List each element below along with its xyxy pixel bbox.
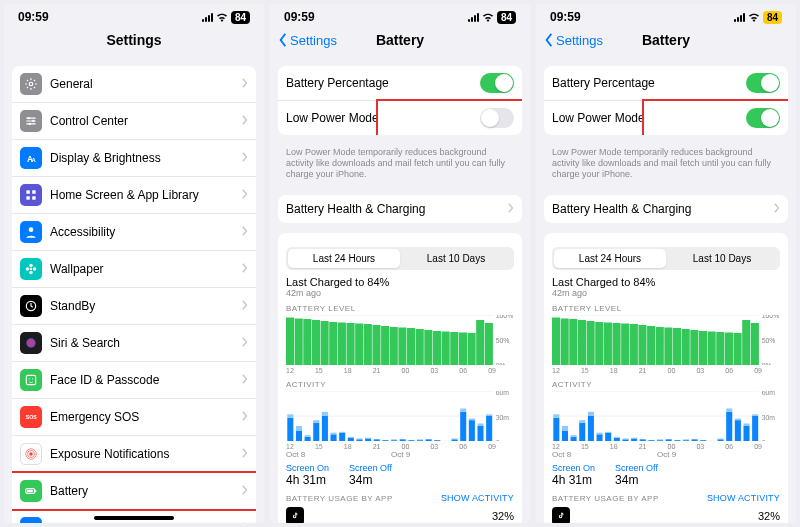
wifi-icon bbox=[748, 13, 760, 22]
svg-rect-108 bbox=[452, 439, 458, 440]
app-usage-row[interactable]: 32% bbox=[286, 503, 514, 523]
seg-last-10d[interactable]: Last 10 Days bbox=[666, 249, 778, 268]
person-icon bbox=[20, 221, 42, 243]
seg-last-24h[interactable]: Last 24 Hours bbox=[554, 249, 666, 268]
svg-point-3 bbox=[29, 123, 31, 125]
svg-rect-194 bbox=[726, 409, 732, 412]
battery-usage-card: Last 24 HoursLast 10 DaysLast Charged to… bbox=[544, 233, 788, 523]
svg-rect-40 bbox=[295, 319, 303, 366]
svg-rect-6 bbox=[26, 190, 30, 194]
svg-rect-58 bbox=[450, 332, 458, 365]
svg-rect-47 bbox=[355, 324, 363, 366]
row-label: Accessibility bbox=[50, 225, 242, 239]
lpm-footnote: Low Power Mode temporarily reduces backg… bbox=[544, 145, 788, 185]
svg-rect-85 bbox=[356, 440, 362, 442]
battery-indicator: 84 bbox=[231, 11, 250, 24]
low-power-mode-toggle[interactable] bbox=[746, 108, 780, 128]
seg-last-24h[interactable]: Last 24 Hours bbox=[288, 249, 400, 268]
app-usage-row[interactable]: 32% bbox=[552, 503, 780, 523]
show-activity-link[interactable]: SHOW ACTIVITY bbox=[707, 493, 780, 503]
battery-content[interactable]: Battery PercentageLow Power ModeLow Powe… bbox=[536, 56, 796, 523]
battery-health-row[interactable]: Battery Health & Charging bbox=[544, 195, 788, 223]
battery-percentage-toggle[interactable] bbox=[746, 73, 780, 93]
chevron-right-icon bbox=[242, 263, 248, 275]
chevron-right-icon bbox=[508, 203, 514, 215]
svg-rect-156 bbox=[562, 426, 568, 431]
settings-row[interactable]: Face ID & Passcode bbox=[12, 362, 256, 399]
seg-last-10d[interactable]: Last 10 Days bbox=[400, 249, 512, 268]
low-power-mode-toggle[interactable] bbox=[480, 108, 514, 128]
svg-rect-161 bbox=[588, 416, 594, 441]
settings-row[interactable]: StandBy bbox=[12, 288, 256, 325]
time-range-segmented[interactable]: Last 24 HoursLast 10 Days bbox=[286, 247, 514, 270]
home-indicator[interactable] bbox=[94, 516, 174, 520]
app-pct: 32% bbox=[492, 510, 514, 522]
page-title: Battery bbox=[642, 32, 690, 48]
svg-rect-129 bbox=[604, 323, 612, 366]
svg-rect-83 bbox=[348, 438, 354, 441]
svg-rect-72 bbox=[296, 426, 302, 431]
settings-row[interactable]: Accessibility bbox=[12, 214, 256, 251]
svg-rect-101 bbox=[426, 440, 432, 442]
battery-percentage-toggle[interactable] bbox=[480, 73, 514, 93]
settings-row[interactable]: Home Screen & App Library bbox=[12, 177, 256, 214]
status-time: 09:59 bbox=[18, 10, 49, 24]
row-label: Home Screen & App Library bbox=[50, 188, 242, 202]
svg-rect-124 bbox=[561, 319, 569, 366]
svg-rect-196 bbox=[735, 419, 741, 421]
settings-row[interactable]: Siri & Search bbox=[12, 325, 256, 362]
chevron-right-icon bbox=[242, 411, 248, 423]
tiktok-icon bbox=[552, 507, 570, 523]
sos-icon: SOS bbox=[20, 406, 42, 428]
show-activity-link[interactable]: SHOW ACTIVITY bbox=[441, 493, 514, 503]
svg-rect-137 bbox=[673, 328, 681, 365]
svg-rect-103 bbox=[434, 441, 440, 442]
svg-rect-195 bbox=[735, 421, 741, 442]
settings-row[interactable]: Battery bbox=[12, 473, 256, 510]
svg-rect-162 bbox=[588, 412, 594, 416]
svg-text:0%: 0% bbox=[762, 363, 772, 366]
settings-row[interactable]: Control Center bbox=[12, 103, 256, 140]
time-range-segmented[interactable]: Last 24 HoursLast 10 Days bbox=[552, 247, 780, 270]
svg-text:A: A bbox=[32, 157, 37, 163]
settings-row[interactable]: AADisplay & Brightness bbox=[12, 140, 256, 177]
svg-point-15 bbox=[33, 267, 37, 271]
app-pct: 32% bbox=[758, 510, 780, 522]
svg-point-0 bbox=[29, 82, 33, 86]
settings-row[interactable]: Wallpaper bbox=[12, 251, 256, 288]
activity-xaxis: 1215182100030609 bbox=[286, 443, 514, 450]
svg-rect-70 bbox=[287, 415, 293, 418]
settings-row[interactable]: Exposure Notifications bbox=[12, 436, 256, 473]
svg-rect-191 bbox=[718, 440, 724, 442]
battery-health-row[interactable]: Battery Health & Charging bbox=[278, 195, 522, 223]
settings-row[interactable]: General bbox=[12, 66, 256, 103]
svg-text:0m: 0m bbox=[496, 439, 506, 442]
battery-content[interactable]: Battery PercentageLow Power ModeLow Powe… bbox=[270, 56, 530, 523]
back-button[interactable]: Settings bbox=[278, 33, 337, 48]
status-time: 09:59 bbox=[284, 10, 315, 24]
svg-rect-198 bbox=[743, 424, 749, 427]
svg-rect-51 bbox=[390, 327, 398, 365]
svg-rect-160 bbox=[579, 421, 585, 424]
screen-on-label: Screen On bbox=[552, 463, 595, 473]
row-label: Battery Percentage bbox=[286, 76, 480, 90]
svg-text:50%: 50% bbox=[762, 338, 776, 345]
svg-rect-56 bbox=[433, 331, 441, 365]
row-label: Emergency SOS bbox=[50, 410, 242, 424]
text-icon: AA bbox=[20, 147, 42, 169]
svg-rect-115 bbox=[486, 416, 492, 441]
svg-rect-78 bbox=[322, 412, 328, 416]
svg-rect-94 bbox=[391, 440, 397, 441]
svg-rect-55 bbox=[424, 330, 432, 365]
back-button[interactable]: Settings bbox=[544, 33, 603, 48]
sliders-icon bbox=[20, 110, 42, 132]
section-battery-level: BATTERY LEVEL bbox=[286, 304, 514, 313]
settings-row[interactable]: SOSEmergency SOS bbox=[12, 399, 256, 436]
last-charged-label: Last Charged to 84% bbox=[552, 276, 780, 288]
svg-rect-169 bbox=[622, 440, 628, 442]
svg-rect-193 bbox=[726, 412, 732, 441]
svg-text:60m: 60m bbox=[496, 391, 509, 397]
row-label: Battery bbox=[50, 484, 242, 498]
settings-list[interactable]: GeneralControl CenterAADisplay & Brightn… bbox=[4, 56, 264, 523]
svg-rect-175 bbox=[648, 441, 654, 442]
